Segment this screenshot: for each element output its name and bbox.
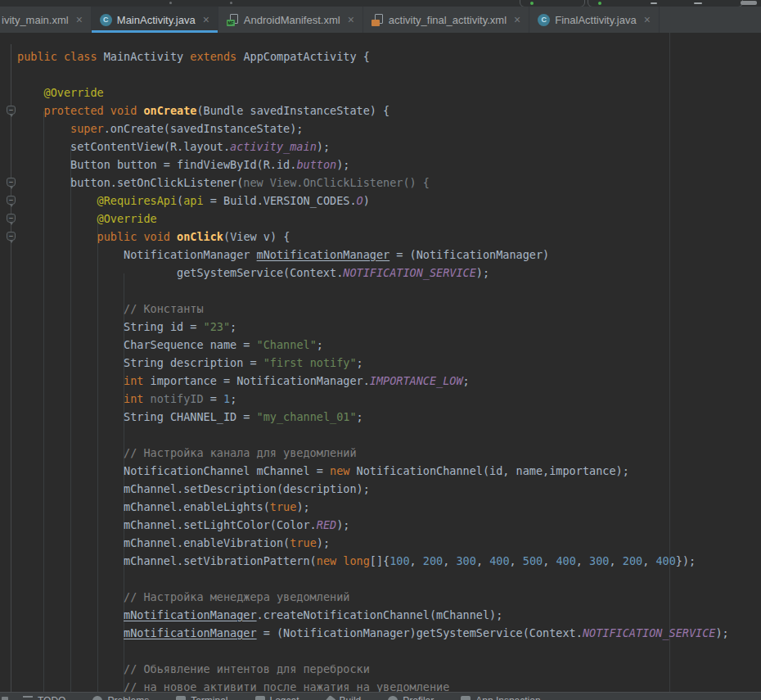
code-line: super.onCreate(savedInstanceState); [17,120,729,138]
code-token: 100 [390,554,409,567]
code-token: , [410,554,423,567]
code-token: importance = NotificationManager. [143,374,369,387]
tab-label: activity_final_acttivity.xml [389,14,507,26]
fold-marker[interactable]: − [7,232,16,241]
code-token: ); [476,266,489,279]
toolwindow-button-profiler[interactable]: Profiler [388,695,434,700]
close-icon[interactable]: × [76,14,83,25]
code-token: mChannel.setDescription(description); [17,482,370,495]
tab-ivity_main.xml[interactable]: ivity_main.xml× [0,7,92,33]
app-inspection-icon [461,696,471,700]
code-token [170,230,177,243]
code-token: , [510,554,523,567]
code-token: @Override [97,212,157,225]
toolwindow-button-label: Terminal [191,695,227,700]
code-area: public class MainActivity extends AppCom… [17,47,729,692]
tab-AndroidManifest.xml[interactable]: MFAndroidManifest.xml× [218,7,363,33]
code-line: mChannel.enableLights(true); [17,498,729,516]
code-token: 300 [589,554,609,567]
fold-marker[interactable]: − [7,196,16,205]
code-token: onClick [177,230,223,243]
code-line: // Настройка канала для уведомлений [17,444,729,462]
close-icon[interactable]: × [644,14,651,25]
code-line [17,65,729,84]
fold-marker[interactable]: − [7,106,16,115]
fold-marker[interactable]: − [7,214,16,223]
file-icon-badge [371,20,380,26]
tab-MainActivity.java[interactable]: CMainActivity.java× [92,7,218,33]
code-token: mNotificationManager [124,608,257,621]
code-token: protected void [44,104,137,117]
run-status-dot [598,2,601,5]
code-token: true [290,536,317,549]
code-token: new long [317,554,370,567]
code-editor[interactable]: public class MainActivity extends AppCom… [0,33,761,692]
toolwindow-button-app-inspection[interactable]: App Inspection [461,695,540,700]
code-token: notifyID [151,392,204,405]
layout-xml-icon [371,14,384,26]
profiler-icon [388,696,398,700]
code-token: setContentView(R.layout. [17,140,230,153]
code-token: 400 [655,554,675,567]
tab-FinalActtivity.java[interactable]: CFinalActtivity.java× [529,7,660,33]
code-token: ; [357,356,363,369]
code-token: String description = [17,356,263,369]
code-line: mChannel.setLightColor(Color.RED); [17,516,729,534]
code-token: , [476,554,489,567]
code-token [17,122,70,135]
code-token: 500 [523,554,543,567]
toolbar-mark [694,2,702,4]
code-token: int [124,392,143,405]
close-icon[interactable]: × [514,14,520,25]
code-token: mChannel.enableLights( [17,500,270,513]
code-token: public class [17,50,97,63]
code-token: 1 [223,392,230,405]
toolwindow-button-terminal[interactable]: Terminal [176,695,227,700]
close-icon[interactable]: × [348,14,354,25]
code-token: ) [363,194,370,207]
problems-icon [92,696,102,700]
code-token: (View v) { [223,230,290,243]
code-token: (Bundle savedInstanceState) { [196,104,390,117]
code-token: ; [463,374,470,387]
code-token: mChannel.setLightColor(Color. [17,518,317,531]
code-token: .onCreate(savedInstanceState); [104,122,304,135]
java-class-icon: C [538,14,550,26]
code-token: ); [317,140,330,153]
code-line: getSystemService(Context.NOTIFICATION_SE… [17,264,729,282]
code-token: CharSequence name = [17,338,257,351]
code-token [17,104,44,117]
code-token: , [576,554,589,567]
code-line: // Обьявление интентов для переброски [17,660,729,678]
code-token: // Константы [124,302,204,315]
toolwindow-button-problems[interactable]: Problems [92,695,149,700]
code-line: int notifyID = 1; [17,390,729,408]
logcat-icon [255,696,265,700]
toolwindow-button-logcat[interactable]: Logcat [255,695,299,700]
build-icon [324,695,335,700]
close-icon[interactable]: × [203,14,209,25]
code-token: // Обьявление интентов для переброски [124,662,370,675]
code-token [17,590,124,603]
code-line: setContentView(R.layout.activity_main); [17,138,729,156]
code-token [17,446,124,459]
code-token [17,194,97,207]
code-token: ); [336,518,349,531]
code-token: NOTIFICATION_SERVICE [583,626,716,639]
code-line: String CHANNEL_ID = "my_channel_01"; [17,408,729,426]
code-token: extends [190,50,236,63]
code-token: activity_main [230,140,317,153]
code-line: @RequiresApi(api = Build.VERSION_CODES.O… [17,192,729,210]
code-token: ; [230,320,236,333]
code-token: = Build.VERSION_CODES. [204,194,357,207]
code-line: // Константы [17,300,729,318]
toolwindow-button-build[interactable]: Build [326,695,362,700]
code-token [17,230,97,243]
code-line [17,282,729,300]
terminal-icon [176,696,186,700]
fold-marker[interactable]: − [7,178,16,187]
code-token: 400 [556,554,575,567]
code-token: ; [230,392,236,405]
toolwindow-button-todo[interactable]: TODO [23,695,65,700]
tab-activity_final_acttivity.xml[interactable]: activity_final_acttivity.xml× [363,7,529,33]
